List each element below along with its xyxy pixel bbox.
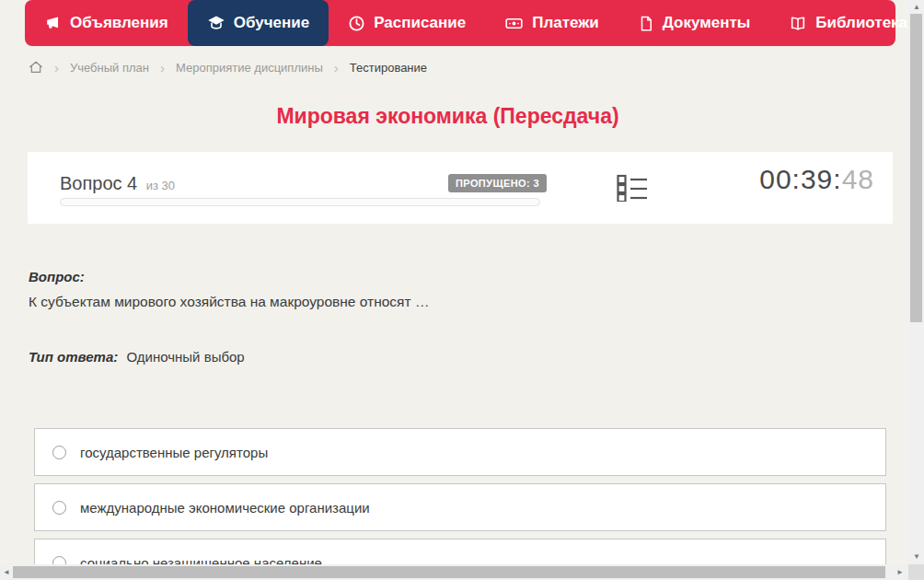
question-number-label: Вопрос 4 [60,173,137,193]
question-text: К субъектам мирового хозяйства на макроу… [29,294,429,310]
scroll-left-arrow-icon[interactable]: ◄ [3,569,10,576]
nav-item-label: Библиотека [815,14,907,32]
nav-item-payments[interactable]: Платежи [485,0,618,46]
breadcrumb-item-discipline-event[interactable]: Мероприятие дисциплины [176,61,323,75]
vertical-scrollbar[interactable]: ▲ ▼ [908,0,924,564]
nav-item-label: Обучение [234,14,309,32]
timer-seconds: 48 [842,164,874,194]
scroll-down-arrow-icon[interactable]: ▼ [913,553,920,561]
graduation-cap-icon [207,14,225,32]
progress-bar [60,198,540,206]
nav-item-library[interactable]: Библиотека ▾ [769,0,924,46]
vertical-scrollbar-thumb[interactable] [910,14,922,322]
breadcrumb-item-curriculum[interactable]: Учебный план [70,61,149,75]
question-label: Вопрос: [29,269,85,284]
scrollbar-corner [908,564,924,580]
main-navbar: Объявления Обучение Расписание Платежи Д… [25,0,895,46]
horizontal-scrollbar[interactable]: ◄ ► [0,564,908,580]
question-list-button[interactable] [617,174,648,205]
breadcrumb-item-testing: Тестирование [350,61,427,75]
skipped-badge: ПРОПУЩЕНО: 3 [448,174,547,192]
scroll-up-arrow-icon[interactable]: ▲ [913,4,920,11]
timer: 00:39:48 [759,164,874,195]
nav-item-label: Платежи [532,14,599,32]
answer-type-label: Тип ответа: [29,349,118,365]
nav-item-announcements[interactable]: Объявления [25,0,188,46]
book-icon [789,15,807,32]
document-icon [638,15,654,32]
answer-option[interactable]: международные экономические организации [34,483,886,531]
answer-option[interactable]: государственные регуляторы [34,428,886,476]
nav-item-label: Расписание [374,14,466,32]
timer-hhmm: 00:39: [759,164,841,194]
nav-item-documents[interactable]: Документы [618,0,770,46]
question-total-label: из 30 [146,179,175,192]
breadcrumb-separator-icon: › [334,61,339,75]
home-icon[interactable] [29,60,43,75]
breadcrumb-separator-icon: › [54,61,59,75]
scroll-right-arrow-icon[interactable]: ► [896,569,904,576]
answer-type: Тип ответа: Одиночный выбор [29,349,245,365]
nav-item-label: Объявления [70,14,168,32]
horizontal-scrollbar-thumb[interactable] [13,566,885,578]
question-number: Вопрос 4 из 30 [60,173,175,194]
answer-option-label: государственные регуляторы [80,445,268,460]
radio-button-icon[interactable] [52,501,66,515]
banknote-icon [504,15,524,32]
nav-item-schedule[interactable]: Расписание [329,0,485,46]
nav-item-label: Документы [663,14,751,32]
page-title: Мировая экономика (Пересдача) [0,104,895,129]
breadcrumb-separator-icon: › [160,61,165,75]
clock-icon [348,15,365,32]
answers-list: государственные регуляторы международные… [34,428,886,580]
question-header-card: Вопрос 4 из 30 ПРОПУЩЕНО: 3 00:39:48 [28,152,893,224]
megaphone-icon [44,15,62,32]
breadcrumb: › Учебный план › Мероприятие дисциплины … [29,56,427,78]
answer-type-value: Одиночный выбор [126,349,244,365]
answer-option-label: международные экономические организации [80,500,370,516]
radio-button-icon[interactable] [52,446,66,459]
nav-item-learning[interactable]: Обучение [188,0,329,46]
